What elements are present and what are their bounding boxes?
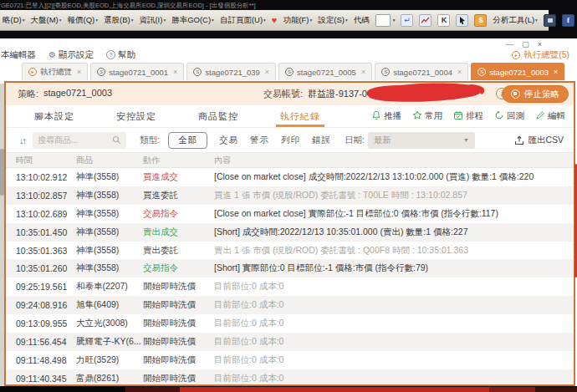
background-panel-edge [0, 84, 4, 386]
table-row[interactable]: 09:11:56.454騰輝電子-KY(6...開始即時洗價目前部位:0 成本:… [6, 333, 574, 351]
tab-close-icon[interactable]: × [265, 68, 269, 76]
heart-icon[interactable]: ♥ [272, 16, 278, 25]
table-row[interactable]: 09:11:48.498力旺(3529)開始即時洗價目前部位:0 成本:0 [6, 351, 574, 369]
type-option[interactable]: 警示 [250, 135, 269, 146]
export-csv-button[interactable]: 匯出CSV [514, 135, 564, 146]
action-排程[interactable]: 排程 [453, 110, 483, 122]
dollar-icon[interactable]: $ [474, 14, 487, 27]
row-content: [Short] 實際部位:0 目標部位:-1 價格:市價 (指令行數:79) [214, 262, 574, 274]
menu-item[interactable]: 自訂頁面(U)▾ [220, 15, 266, 26]
caret-down-icon: ▾ [23, 18, 25, 23]
caret-down-icon: ▾ [535, 18, 538, 23]
tab-close-icon[interactable]: × [457, 68, 462, 76]
menu-item-label: 略(D) [3, 15, 22, 26]
action-編輯[interactable]: 編輯 [535, 110, 565, 122]
row-content: 目前部位:0 成本:0 [214, 281, 574, 293]
table-row[interactable]: 13:10:02.689神準(3558)交易指令[Close on market… [6, 205, 574, 223]
menu-item[interactable]: 設定(S)▾ [318, 15, 347, 26]
strategy-icon: S [285, 68, 294, 76]
menu-script-editor[interactable]: 本編輯器 [1, 49, 36, 61]
chart-icon[interactable] [419, 14, 431, 27]
panel-tab-腳本設定[interactable]: 腳本設定 [34, 105, 74, 127]
row-symbol: 大立光(3008) [76, 318, 143, 329]
cursor-icon[interactable] [456, 14, 468, 27]
table-row[interactable]: 10:35:01.363神準(3558)賣出委託賣出 1 張 市價 (現股/RO… [6, 242, 574, 260]
taskbar-fragment [180, 387, 489, 392]
table-row[interactable]: 09:13:09.955大立光(3008)開始即時洗價目前部位:0 成本:0 [6, 314, 574, 333]
row-action: 開始即時洗價 [143, 299, 214, 311]
row-symbol: 騰輝電子-KY(6... [76, 336, 143, 348]
analysis-tools-menu[interactable]: 分析工具(L) ▾ [493, 15, 537, 26]
menu-item[interactable]: 功能(F)▾ [283, 15, 312, 26]
desktop-menubar: 略(D)▾大盤(M)▾報價(Q)▾選股(B)▾資訊(I)▾勝率GO(C)▾自訂頁… [0, 10, 549, 31]
stop-icon [511, 89, 520, 99]
tab-執行總覽[interactable]: ▸執行總覽× [22, 63, 88, 80]
type-option[interactable]: 列印 [281, 135, 300, 146]
stop-strategy-button[interactable]: 停止策略 [502, 85, 569, 103]
panel-tab-執行紀錄[interactable]: 執行紀錄 [280, 105, 320, 127]
tab-stage0721_0005[interactable]: Sstage0721_0005× [278, 63, 372, 80]
tab-close-icon[interactable]: × [554, 68, 558, 76]
search-input[interactable] [38, 135, 109, 145]
tab-stage0721_039[interactable]: Sstage0721_039× [186, 63, 276, 80]
row-action: 賣出委託 [143, 245, 214, 257]
menu-item[interactable]: 資訊(I)▾ [139, 15, 166, 26]
camera-icon[interactable] [544, 14, 556, 27]
action-label: 編輯 [548, 110, 565, 122]
table-row[interactable]: 10:35:01.450神準(3558)賣出成交[Short] 成交時間:202… [6, 223, 574, 242]
menu-item-label: 設定(S) [318, 15, 345, 26]
type-option[interactable]: 錯誤 [312, 135, 331, 146]
table-row[interactable]: 10:35:01.260神準(3558)交易指令[Short] 實際部位:0 目… [6, 259, 574, 277]
menu-item[interactable]: 略(D)▾ [3, 15, 24, 26]
table-row[interactable]: 09:24:08.916旭隼(6409)開始即時洗價目前部位:0 成本:0 [6, 296, 574, 314]
menu-item[interactable]: 勝率GO(C)▾ [171, 15, 214, 26]
exec-overview-link[interactable]: ▸ 執行總覽(5) [512, 49, 569, 61]
star-icon [412, 110, 422, 122]
date-dropdown[interactable]: 最新 ▼ [368, 132, 475, 149]
row-action: 開始即時洗價 [143, 336, 214, 348]
tab-close-icon[interactable]: × [77, 68, 81, 76]
enter-icon[interactable]: ↵ [401, 14, 413, 27]
menu-item[interactable]: 代碼 [354, 15, 370, 26]
k-icon[interactable]: K [437, 14, 450, 27]
table-row[interactable]: 09:11:40.345富鼎(8261)開始即時洗價目前部位:0 成本:0 [6, 369, 574, 386]
menu-item-label: 自訂頁面(U) [220, 15, 263, 26]
menu-item[interactable]: 選股(B)▾ [104, 15, 133, 26]
row-time: 10:35:01.363 [16, 246, 76, 256]
account-label: 交易帳號: [263, 88, 303, 100]
table-row[interactable]: 13:10:02.912神準(3558)買進成交[Close on market… [6, 168, 574, 186]
type-option[interactable]: 全部 [168, 132, 207, 149]
menu-item[interactable]: 大盤(M)▾ [30, 15, 61, 26]
left-scrollbar[interactable] [0, 149, 4, 196]
table-row[interactable]: 09:25:19.561和泰車(2207)開始即時洗價目前部位:0 成本:0 [6, 277, 574, 296]
type-option[interactable]: 交易 [219, 135, 238, 146]
sort-icon[interactable]: ↓↑ [19, 135, 25, 145]
desktop-title: GE0721:已登入][2][臺股EOD,美股EOD,上海交易所EOD,深圳交易… [1, 2, 256, 10]
tab-close-icon[interactable]: × [173, 68, 177, 76]
strategy-icon: S [381, 68, 390, 76]
action-推播[interactable]: 推播 [371, 110, 401, 122]
desktop-menu: 略(D)▾大盤(M)▾報價(Q)▾選股(B)▾資訊(I)▾勝率GO(C)▾自訂頁… [3, 15, 370, 26]
col-symbol: 商品 [76, 155, 143, 166]
action-回測[interactable]: 回測 [494, 110, 524, 122]
tab-close-icon[interactable]: × [361, 68, 365, 76]
table-row[interactable]: 13:10:02.857神準(3558)買進委託買進 1 張 市價 (現股/RO… [6, 186, 574, 205]
panel-tab-商品監控[interactable]: 商品監控 [198, 105, 238, 127]
row-action: 交易指令 [143, 208, 214, 220]
menu-help[interactable]: ? 幫助 [106, 49, 135, 61]
menu-item[interactable]: 報價(Q)▾ [67, 15, 97, 26]
tab-stage0721_0003[interactable]: Sstage0721_0003× [471, 63, 564, 80]
date-filter-label: 日期: [345, 135, 365, 146]
chevron-down-icon: ▼ [463, 137, 469, 143]
code-input[interactable] [375, 14, 391, 27]
action-常用[interactable]: 常用 [412, 110, 442, 122]
caret-down-icon: ▾ [59, 18, 62, 23]
tab-label: stage0721_0003 [489, 68, 549, 77]
facebook-icon[interactable]: f [562, 14, 574, 27]
tab-stage0721_0004[interactable]: Sstage0721_0004× [375, 63, 468, 80]
tab-stage0721_0001[interactable]: Sstage0721_0001× [90, 63, 184, 80]
menu-display-settings[interactable]: ⚙ 顯示設定 [49, 49, 94, 61]
bell-icon [371, 110, 381, 122]
table-header: 時間 商品 動作 內容 [6, 153, 574, 168]
panel-tab-安控設定[interactable]: 安控設定 [116, 105, 156, 127]
